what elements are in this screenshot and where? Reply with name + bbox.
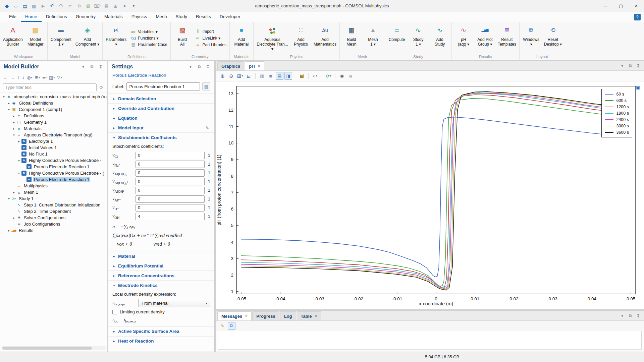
- mb-show-icon[interactable]: ◎▾: [27, 75, 32, 80]
- chevron-expanded-icon[interactable]: ▾: [7, 108, 11, 111]
- messages-tab-messages[interactable]: Messages×: [217, 311, 252, 320]
- plot-settings-icon[interactable]: ▤: [276, 72, 283, 80]
- section-header-equilibrium-potential[interactable]: ▸ Equilibrium Potential: [108, 261, 214, 270]
- add-win-icon[interactable]: ⊞: [111, 2, 120, 10]
- chevron-collapsed-icon[interactable]: ▸: [7, 102, 11, 105]
- delete-icon[interactable]: ⌦: [93, 2, 102, 10]
- save-as-icon[interactable]: ▥: [30, 2, 38, 10]
- stoich-value-input[interactable]: [136, 204, 205, 212]
- tree-item[interactable]: ∞Multiphysics: [0, 183, 107, 189]
- stoich-value-input[interactable]: [136, 187, 205, 194]
- tree-item[interactable]: DInitial Values 1: [0, 144, 107, 151]
- chevron-expanded-icon[interactable]: ▾: [2, 95, 6, 99]
- redo-icon[interactable]: ↷: [57, 2, 65, 10]
- zoom-in-icon[interactable]: ⊕: [219, 72, 226, 80]
- ribbon-button-functions[interactable]: f(x)Functions ▾: [130, 36, 167, 41]
- ribbon-button-component-1[interactable]: ▬Component 1 ▾: [49, 23, 73, 53]
- section-header-active-specific-surface-area[interactable]: ▸ Active Specific Surface Area: [108, 327, 214, 336]
- plot-tools-icon[interactable]: ▣: [635, 84, 641, 90]
- close-tab-icon[interactable]: ×: [258, 64, 260, 68]
- close-button[interactable]: ×: [629, 0, 644, 12]
- ribbon-button-add-component[interactable]: ◈Add Component ▾: [74, 23, 101, 53]
- graphics-tab-ph[interactable]: pH×: [245, 61, 264, 70]
- ribbon-button-build-all[interactable]: ▩Build All: [172, 23, 193, 53]
- ribbon-button-mesh-1[interactable]: ▲Mesh 1 ▾: [363, 23, 383, 53]
- ribbon-button-windows[interactable]: ⧉Windows ▾: [521, 23, 542, 53]
- zoom-box-icon[interactable]: ⊞▾: [236, 72, 244, 80]
- tree-item[interactable]: ▾∷Aqueous Electrolyte Transport (aqt): [0, 132, 107, 138]
- tree-item[interactable]: ∿Step 2: Time Dependent: [0, 208, 107, 215]
- y-axis-data-icon[interactable]: ▥: [258, 72, 266, 80]
- table-win-icon[interactable]: ▦: [102, 2, 111, 10]
- tree-item[interactable]: ≣Job Configurations: [0, 221, 107, 227]
- stoich-value-input[interactable]: [136, 195, 205, 203]
- chevron-collapsed-icon[interactable]: ▸: [17, 140, 21, 143]
- zoom-out-icon[interactable]: ⊖: [227, 72, 235, 80]
- chevron-collapsed-icon[interactable]: ▸: [12, 191, 16, 194]
- section-header-equation[interactable]: ▸ Equation: [108, 113, 214, 123]
- ribbon-button-add-plot-group[interactable]: ▂▅▇Add Plot Group ▾: [475, 23, 495, 53]
- menu-tab-study[interactable]: Study: [171, 12, 192, 22]
- ribbon-button-part-libraries[interactable]: ≡Part Libraries: [195, 42, 226, 47]
- float-panel-icon[interactable]: ⧉: [196, 64, 202, 70]
- ribbon-button-model-manager[interactable]: ▦Model Manager: [25, 23, 46, 53]
- section-header-heat-of-reaction[interactable]: ▸ Heat of Reaction: [108, 337, 214, 346]
- menu-tab-materials[interactable]: Materials: [100, 12, 127, 22]
- pin-panel-icon[interactable]: ↧: [98, 64, 104, 70]
- ribbon-button-compute[interactable]: =Compute: [386, 23, 407, 53]
- save-icon[interactable]: ▤: [21, 2, 29, 10]
- cut-icon[interactable]: ✂: [66, 2, 74, 10]
- menu-tab-mesh[interactable]: Mesh: [151, 12, 171, 22]
- tree-item[interactable]: ∿Step 1: Current Distribution Initializa…: [0, 202, 107, 208]
- menu-tab-physics[interactable]: Physics: [127, 12, 152, 22]
- chevron-collapsed-icon[interactable]: ▸: [12, 216, 16, 220]
- chevron-collapsed-icon[interactable]: ▸: [12, 127, 16, 130]
- clear-messages-icon[interactable]: ✎: [219, 322, 226, 330]
- chevron-collapsed-icon[interactable]: ▸: [12, 121, 16, 124]
- undo-icon[interactable]: ↶: [48, 2, 56, 10]
- tree-item[interactable]: ▸◉Global Definitions: [0, 100, 107, 106]
- messages-tab-log[interactable]: Log: [280, 311, 296, 320]
- tree-item[interactable]: ▸◫Geometry 1: [0, 119, 107, 125]
- ribbon-button-application-builder[interactable]: AApplication Builder: [1, 23, 24, 53]
- tree-item[interactable]: DPorous Electrode Reaction 1: [0, 176, 107, 183]
- tree-horizontal-scrollbar[interactable]: [2, 346, 106, 350]
- qat-more-icon[interactable]: ▾: [129, 2, 138, 10]
- mb-down-icon[interactable]: ↓: [22, 75, 24, 80]
- plot-window-icon[interactable]: ◨: [284, 72, 292, 80]
- tree-item[interactable]: ▾◈atmospheric_corrosion_mass_transport.m…: [0, 94, 107, 100]
- close-tab-icon[interactable]: ×: [245, 314, 248, 318]
- mb-forward-icon[interactable]: →: [10, 75, 15, 80]
- ribbon-button-add-material[interactable]: ●Add Material: [231, 23, 252, 53]
- stoich-value-input[interactable]: [136, 213, 205, 220]
- chevron-collapsed-icon[interactable]: ▸: [7, 229, 11, 232]
- copy-icon[interactable]: ⧉: [75, 2, 84, 10]
- menu-tab-developer[interactable]: Developer: [215, 12, 245, 22]
- collapse-panel-icon[interactable]: ▾: [80, 64, 86, 70]
- tree-item[interactable]: ▸DElectrolyte 1: [0, 138, 107, 144]
- limiting-current-density-checkbox[interactable]: [112, 310, 117, 314]
- table-lines-icon[interactable]: ≣: [267, 72, 275, 80]
- ribbon-button-result-templates[interactable]: ≣Result Templates: [496, 23, 518, 53]
- tree-item[interactable]: ▾DHighly Conductive Porous Electrode -: [0, 157, 107, 164]
- tree-filter-input[interactable]: [3, 83, 97, 91]
- edit-pencil-icon[interactable]: ✎: [204, 125, 210, 131]
- section-header-model-input[interactable]: ▸ Model Input ✎: [108, 123, 214, 132]
- zoom-sel-icon[interactable]: ⌖: [120, 2, 129, 10]
- label-input[interactable]: [126, 82, 200, 90]
- zoom-extents-icon[interactable]: ⊡: [245, 72, 253, 80]
- minimize-button[interactable]: —: [598, 0, 613, 12]
- ribbon-button-variables[interactable]: a=Variables ▾: [130, 29, 167, 34]
- ribbon-button-parameter-case[interactable]: ▦Parameter Case: [130, 42, 167, 47]
- pin-panel-icon[interactable]: ↧: [205, 64, 211, 70]
- copy-log-icon[interactable]: ⧉: [228, 322, 235, 330]
- ribbon-button-add-physics[interactable]: ∷Add Physics: [290, 23, 311, 53]
- ribbon-button-aqueous-electrolyte-tran[interactable]: Aqueous Electrolyte Tran... ▾: [255, 23, 290, 53]
- tree-item[interactable]: ▾≫Study 1: [0, 195, 107, 202]
- tree-item[interactable]: ▸▂▅▇Results: [0, 227, 107, 234]
- stoich-value-input[interactable]: [136, 152, 205, 159]
- menu-tab-file[interactable]: File: [5, 12, 21, 22]
- scrollbar-thumb[interactable]: [2, 347, 92, 350]
- tree-item[interactable]: ▸✱Solver Configurations: [0, 215, 107, 221]
- print-icon[interactable]: ⧈: [347, 72, 355, 80]
